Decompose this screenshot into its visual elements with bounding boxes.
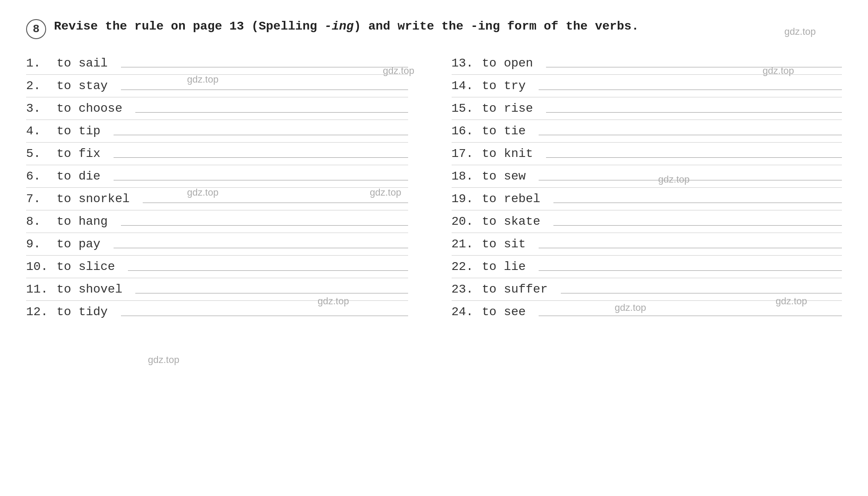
verb-item: 12. to tidy: [26, 301, 408, 323]
exercise-container: gdz.top gdz.top gdz.top gdz.top gdz.top …: [26, 17, 842, 323]
verb-text: to snorkel: [57, 192, 130, 206]
verb-text: to slice: [57, 260, 115, 273]
exercise-number: 8: [26, 19, 46, 39]
verb-number: 17.: [452, 147, 482, 160]
verb-item: 9. to pay: [26, 233, 408, 256]
verb-item: 4. to tip: [26, 120, 408, 143]
verb-text: to sail: [57, 57, 108, 70]
verb-line: [121, 67, 408, 67]
verb-number: 11.: [26, 283, 57, 296]
verb-item: 24. to see: [452, 301, 842, 323]
verb-item: 15. to rise: [452, 97, 842, 120]
verb-item: 22. to lie: [452, 256, 842, 278]
left-column: 1. to sail 2. to stay 3. to choose 4. to…: [26, 52, 434, 323]
verb-line: [114, 180, 408, 180]
verb-line: [553, 225, 842, 226]
verb-line: [121, 316, 408, 316]
exercise-header: 8 Revise the rule on page 13 (Spelling -…: [26, 17, 842, 39]
verb-number: 4.: [26, 124, 57, 138]
verb-text: to stay: [57, 79, 108, 93]
verb-text: to tidy: [57, 305, 108, 319]
verb-line: [135, 293, 408, 293]
verb-line: [128, 270, 408, 271]
verb-number: 22.: [452, 260, 482, 273]
verb-text: to suffer: [482, 283, 548, 296]
verb-text: to rebel: [482, 192, 540, 206]
verb-item: 21. to sit: [452, 233, 842, 256]
verb-line: [561, 293, 842, 293]
verb-number: 23.: [452, 283, 482, 296]
verb-line: [114, 248, 408, 248]
verb-text: to pay: [57, 237, 101, 251]
verb-line: [546, 157, 842, 158]
verb-number: 21.: [452, 237, 482, 251]
verb-line: [121, 90, 408, 90]
verb-line: [539, 316, 842, 316]
verb-item: 6. to die: [26, 165, 408, 188]
verbs-grid: 1. to sail 2. to stay 3. to choose 4. to…: [26, 52, 842, 323]
verb-item: 16. to tie: [452, 120, 842, 143]
verb-number: 13.: [452, 57, 482, 70]
verb-line: [135, 112, 408, 113]
verb-number: 7.: [26, 192, 57, 206]
verb-item: 1. to sail: [26, 52, 408, 75]
verb-line: [121, 225, 408, 226]
verb-line: [539, 248, 842, 248]
verb-text: to lie: [482, 260, 526, 273]
verb-item: 2. to stay: [26, 75, 408, 97]
exercise-instruction: Revise the rule on page 13 (Spelling -in…: [54, 17, 639, 36]
verb-text: to open: [482, 57, 533, 70]
verb-text: to sit: [482, 237, 526, 251]
watermark: gdz.top: [148, 354, 179, 366]
verb-item: 17. to knit: [452, 143, 842, 165]
verb-number: 12.: [26, 305, 57, 319]
verb-item: 20. to skate: [452, 210, 842, 233]
verb-text: to knit: [482, 147, 533, 160]
verb-number: 15.: [452, 102, 482, 115]
verb-line: [114, 157, 408, 158]
verb-number: 10.: [26, 260, 57, 273]
verb-line: [539, 135, 842, 135]
verb-line: [143, 203, 408, 203]
verb-item: 8. to hang: [26, 210, 408, 233]
verb-text: to tip: [57, 124, 101, 138]
verb-text: to shovel: [57, 283, 122, 296]
verb-text: to rise: [482, 102, 533, 115]
verb-number: 5.: [26, 147, 57, 160]
verb-text: to sew: [482, 170, 526, 183]
verb-number: 24.: [452, 305, 482, 319]
verb-item: 3. to choose: [26, 97, 408, 120]
verb-text: to see: [482, 305, 526, 319]
verb-item: 7. to snorkel: [26, 188, 408, 210]
verb-item: 19. to rebel: [452, 188, 842, 210]
verb-text: to try: [482, 79, 526, 93]
verb-line: [539, 180, 842, 180]
verb-line: [553, 203, 842, 203]
verb-line: [546, 112, 842, 113]
verb-item: 10. to slice: [26, 256, 408, 278]
verb-line: [539, 90, 842, 90]
verb-item: 18. to sew: [452, 165, 842, 188]
verb-number: 20.: [452, 215, 482, 228]
verb-number: 1.: [26, 57, 57, 70]
verb-item: 11. to shovel: [26, 278, 408, 301]
verb-item: 13. to open: [452, 52, 842, 75]
verb-text: to die: [57, 170, 101, 183]
verb-item: 5. to fix: [26, 143, 408, 165]
verb-item: 14. to try: [452, 75, 842, 97]
verb-number: 14.: [452, 79, 482, 93]
verb-number: 6.: [26, 170, 57, 183]
verb-text: to hang: [57, 215, 108, 228]
verb-number: 9.: [26, 237, 57, 251]
verb-text: to choose: [57, 102, 122, 115]
verb-number: 18.: [452, 170, 482, 183]
verb-number: 2.: [26, 79, 57, 93]
verb-number: 8.: [26, 215, 57, 228]
verb-line: [546, 67, 842, 67]
verb-number: 16.: [452, 124, 482, 138]
verb-text: to tie: [482, 124, 526, 138]
verb-number: 19.: [452, 192, 482, 206]
verb-item: 23. to suffer: [452, 278, 842, 301]
verb-number: 3.: [26, 102, 57, 115]
right-column: 13. to open 14. to try 15. to rise 16. t…: [434, 52, 842, 323]
